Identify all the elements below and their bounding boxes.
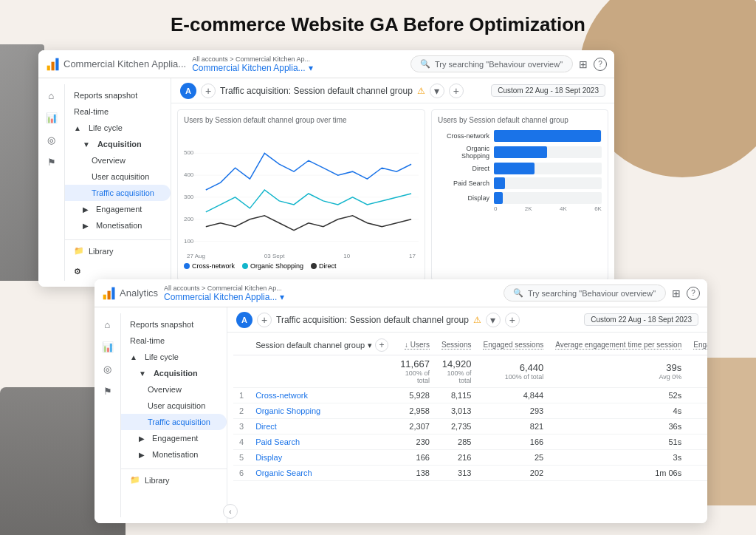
sidebar-item-user-acq-bottom[interactable]: User acquisition — [121, 398, 227, 414]
sidebar-item-reports-snapshot-top[interactable]: Reports snapshot — [65, 87, 171, 103]
sessions-label: Sessions — [441, 341, 472, 350]
nav-home-icon-bottom[interactable]: ⌂ — [101, 318, 114, 331]
sidebar-item-user-acq-top[interactable]: User acquisition — [65, 168, 171, 185]
traffic-acquisition-table: Session default channel group ▾ + ↓ User… — [233, 335, 707, 481]
row6-channel[interactable]: Organic Search — [250, 466, 394, 481]
th-sessions[interactable]: Sessions — [436, 335, 478, 355]
grid-icon-top[interactable]: ⊞ — [579, 58, 588, 70]
row2-eng-per-user: 0.10 — [687, 403, 707, 419]
breadcrumb-small-top: All accounts > Commercial Kitchen Ap... — [192, 55, 405, 63]
row5-eng-per-user: 0.15 — [687, 450, 707, 466]
breadcrumb-main-bottom[interactable]: Commercial Kitchen Applia... ▾ — [164, 292, 498, 302]
charts-area-top: Users by Session default channel group o… — [171, 103, 614, 287]
th-eng-per-user[interactable]: Engaged sessions per user — [687, 335, 707, 355]
sidebar-item-engagement-bottom[interactable]: ▶ Engagement — [121, 430, 227, 446]
sidebar-gear-bottom-top[interactable]: ⚙ — [65, 262, 90, 281]
add-button-top[interactable]: + — [201, 84, 216, 98]
sidebar-item-lifecycle-top[interactable]: ▲ Life cycle — [65, 120, 171, 136]
sidebar-item-traffic-acq-bottom[interactable]: Traffic acquisition — [121, 414, 227, 430]
add-metric-btn[interactable]: + — [375, 338, 388, 352]
totals-channel — [250, 355, 394, 388]
sidebar-item-reports-bottom[interactable]: Reports snapshot — [121, 316, 227, 333]
row4-channel[interactable]: Paid Search — [250, 435, 394, 450]
nav-flag-icon[interactable]: ⚑ — [45, 155, 58, 168]
th-channel[interactable]: Session default channel group ▾ + — [250, 335, 394, 355]
library-folder-icon: 📁 — [74, 246, 84, 256]
row4-users: 230 — [394, 435, 436, 450]
organic-shopping-line — [206, 190, 411, 212]
sidebar-item-engagement-top[interactable]: ▶ Engagement — [65, 201, 171, 217]
sidebar-item-overview-top[interactable]: Overview — [65, 152, 171, 168]
axis-2k: 2K — [525, 205, 532, 212]
engagement-collapse-icon-bottom: ▶ — [139, 435, 145, 443]
sidebar-item-realtime-top[interactable]: Real-time — [65, 103, 171, 120]
legend-dot-cross — [184, 263, 190, 269]
bar-row-display: Display — [438, 192, 602, 204]
sidebar-item-monetisation-top[interactable]: ▶ Monetisation — [65, 217, 171, 234]
date-badge-top[interactable]: Custom 22 Aug - 18 Sept 2023 — [491, 84, 605, 97]
sidebar-item-realtime-bottom[interactable]: Real-time — [121, 333, 227, 349]
legend-label-direct: Direct — [319, 262, 337, 270]
totals-engaged: 6,440 100% of total — [477, 355, 549, 388]
sidebar-engagement-label-bottom: Engagement — [152, 434, 198, 443]
row5-channel[interactable]: Display — [250, 450, 394, 466]
row3-users: 2,307 — [394, 419, 436, 435]
svg-text:300: 300 — [184, 194, 194, 200]
sidebar-item-overview-bottom[interactable]: Overview — [121, 381, 227, 398]
add-compare-top[interactable]: ▾ — [430, 84, 444, 98]
row1-channel[interactable]: Cross-network — [250, 388, 394, 403]
help-icon-bottom[interactable]: ? — [687, 287, 700, 300]
totals-eng-per-user-value: 0.55 — [693, 362, 707, 373]
th-engaged[interactable]: Engaged sessions — [477, 335, 549, 355]
th-users[interactable]: ↓ Users — [394, 335, 436, 355]
grid-icon-bottom[interactable]: ⊞ — [672, 287, 681, 299]
legend-cross-network: Cross-network — [184, 262, 235, 270]
nav-target-icon-bottom[interactable]: ◎ — [101, 362, 114, 375]
sidebar-item-lifecycle-bottom[interactable]: ▲ Life cycle — [121, 349, 227, 365]
row3-avg-time: 36s — [549, 419, 687, 435]
add-segment-top[interactable]: + — [449, 84, 464, 98]
nav-target-icon[interactable]: ◎ — [45, 133, 58, 146]
sidebar-item-acquisition-bottom[interactable]: ▼ Acquisition — [121, 365, 227, 381]
add-button-bottom[interactable]: + — [257, 313, 272, 327]
date-badge-bottom[interactable]: Custom 22 Aug - 18 Sept 2023 — [584, 313, 698, 326]
compare-btn-bottom[interactable]: ▾ — [486, 313, 501, 327]
sidebar-item-monetisation-bottom[interactable]: ▶ Monetisation — [121, 446, 227, 463]
ga-panel-bottom: Analytics All accounts > Commercial Kitc… — [94, 279, 707, 523]
svg-rect-0 — [47, 65, 50, 70]
row3-channel[interactable]: Direct — [250, 419, 394, 435]
nav-home-icon[interactable]: ⌂ — [45, 89, 58, 102]
axis-6k: 6K — [594, 205, 602, 212]
analytics-logo-icon-bottom — [102, 286, 117, 301]
axis-0: 0 — [494, 205, 497, 212]
breadcrumb-main-top[interactable]: Commercial Kitchen Applia... ▾ — [192, 63, 405, 73]
row2-sessions: 3,013 — [436, 403, 478, 419]
collapse-btn-bottom[interactable]: ‹ — [223, 504, 238, 519]
bar-label-direct: Direct — [438, 165, 489, 172]
nav-chart-icon-bottom[interactable]: 📊 — [101, 340, 114, 353]
row1-eng-per-user: 0.82 — [687, 388, 707, 403]
nav-flag-icon-bottom[interactable]: ⚑ — [101, 384, 114, 398]
help-icon-top[interactable]: ? — [594, 58, 607, 71]
engaged-label: Engaged sessions — [483, 341, 543, 350]
ga-header-top: Commercial Kitchen Applia... All account… — [38, 50, 614, 78]
table-totals-row: 11,667 100% of total 14,920 100% of tota… — [233, 355, 707, 388]
sidebar-item-traffic-acq-top[interactable]: Traffic acquisition — [65, 185, 171, 201]
ga-panel-top: Commercial Kitchen Applia... All account… — [38, 50, 614, 287]
warning-icon-top: ⚠ — [417, 86, 425, 96]
search-icon-top: 🔍 — [420, 59, 430, 69]
nav-chart-icon[interactable]: 📊 — [45, 111, 58, 124]
bar-track-display — [494, 192, 602, 204]
th-avg-time[interactable]: Average engagement time per session — [549, 335, 687, 355]
row1-avg-time: 52s — [549, 388, 687, 403]
ga-search-top[interactable]: 🔍 Try searching "Behaviour overview" — [410, 55, 573, 72]
ga-search-bottom[interactable]: 🔍 Try searching "Behaviour overview" — [504, 284, 666, 301]
totals-engaged-pct: 100% of total — [483, 373, 543, 381]
sidebar-item-library-bottom[interactable]: 📁 Library — [121, 468, 227, 488]
row2-channel[interactable]: Organic Shopping — [250, 403, 394, 419]
sidebar-item-acquisition-top[interactable]: ▼ Acquisition — [65, 136, 171, 152]
add-segment-bottom[interactable]: + — [505, 313, 520, 327]
sidebar-item-library-top[interactable]: 📁 Library — [65, 239, 171, 259]
page-title-container: E-commerce Website GA Before Optimizatio… — [0, 13, 756, 36]
row1-sessions: 8,115 — [436, 388, 478, 403]
